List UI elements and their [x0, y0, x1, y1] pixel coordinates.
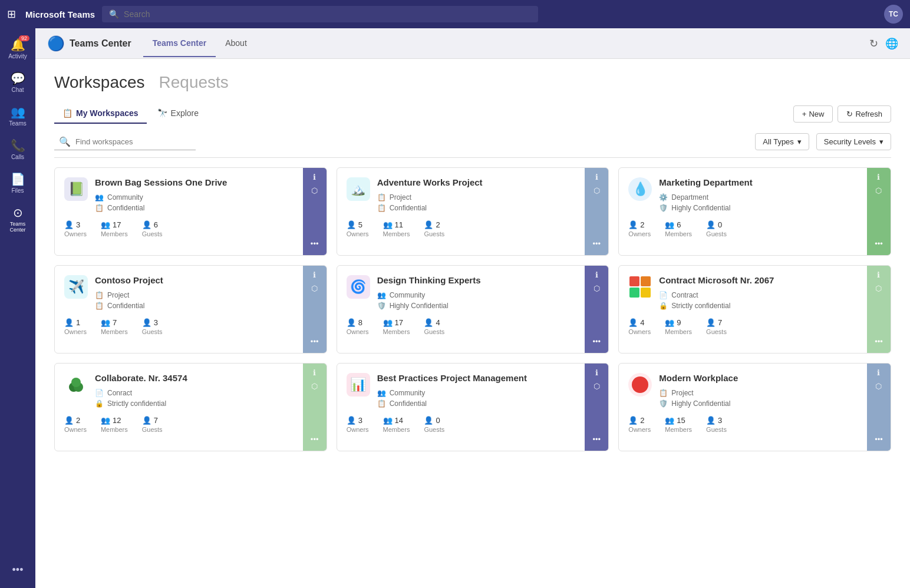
card-meta: 📄 Contract 🔒 Strictly confidential: [659, 291, 858, 310]
owners-value: 👤1: [64, 318, 80, 327]
page-title: Workspaces: [54, 73, 145, 92]
stat-guests: 👤3 Guests: [706, 416, 727, 433]
guests-icon: 👤: [706, 318, 716, 327]
card-type: Community: [390, 389, 426, 397]
guests-icon: 👤: [706, 220, 716, 229]
card-type: Community: [107, 193, 143, 201]
type-filter[interactable]: All Types ▾: [755, 133, 809, 150]
sidebar-item-activity[interactable]: 🔔 Activity 92: [2, 33, 33, 64]
nav-teamscenter[interactable]: Teams Center: [143, 30, 216, 57]
sidebar-item-teamscenter[interactable]: ⊙ Teams Center: [2, 201, 33, 237]
workspace-card: 🌀 Design Thinking Experts 👥 Community 🛡️…: [337, 265, 609, 354]
refresh-global-icon[interactable]: ↻: [869, 37, 878, 50]
card-stats: 👤2 Owners 👥12 Members 👤7 Guests: [64, 416, 294, 433]
more-options-icon[interactable]: •••: [311, 435, 319, 444]
card-meta: 📋 Project 📋 Confidential: [95, 291, 294, 310]
new-button[interactable]: + New: [793, 105, 833, 123]
more-options-icon[interactable]: •••: [593, 337, 601, 346]
share-icon[interactable]: ⬡: [311, 382, 318, 391]
card-security: Strictly confidential: [671, 302, 730, 310]
owners-value: 👤5: [347, 220, 362, 229]
card-logo: 🌀: [347, 275, 370, 299]
share-icon[interactable]: ⬡: [311, 186, 318, 195]
security-filter[interactable]: Security Levels ▾: [816, 133, 891, 150]
stat-members: 👥14 Members: [383, 416, 410, 433]
search-bar[interactable]: 🔍: [102, 6, 538, 22]
info-icon[interactable]: ℹ: [877, 270, 880, 279]
sidebar-item-chat[interactable]: 💬 Chat: [2, 67, 33, 98]
card-meta: 📋 Project 📋 Confidential: [377, 193, 576, 212]
owners-icon: 👤: [347, 318, 356, 327]
info-icon[interactable]: ℹ: [595, 173, 598, 181]
share-icon[interactable]: ⬡: [875, 382, 882, 391]
card-sidebar: ℹ ⬡ •••: [585, 266, 608, 353]
security-filter-label: Security Levels: [824, 137, 876, 146]
card-title: Design Thinking Experts: [377, 275, 576, 285]
security-icon: 🛡️: [659, 399, 668, 408]
members-value: 👥17: [383, 318, 403, 327]
owners-label: Owners: [628, 328, 651, 335]
more-options-icon[interactable]: •••: [593, 435, 601, 444]
card-security-row: 🔒 Strictly confidential: [95, 399, 294, 408]
sub-header-logo: 🔵: [47, 35, 65, 52]
security-icon: 📋: [95, 204, 104, 212]
search-input[interactable]: [124, 9, 531, 19]
globe-icon[interactable]: 🌐: [885, 37, 898, 50]
share-icon[interactable]: ⬡: [311, 284, 318, 293]
share-icon[interactable]: ⬡: [875, 186, 882, 195]
card-type-row: 📋 Project: [659, 389, 858, 397]
card-stats: 👤3 Owners 👥17 Members 👤6 Guests: [64, 220, 294, 237]
card-type: Community: [390, 291, 426, 299]
workspace-search[interactable]: 🔍: [54, 134, 196, 150]
sidebar-more[interactable]: •••: [12, 557, 24, 583]
info-icon[interactable]: ℹ: [595, 270, 598, 279]
more-options-icon[interactable]: •••: [875, 435, 883, 444]
guests-icon: 👤: [142, 220, 151, 229]
card-sidebar: ℹ ⬡ •••: [303, 364, 327, 451]
owners-icon: 👤: [64, 318, 74, 327]
info-icon[interactable]: ℹ: [877, 173, 880, 181]
refresh-button[interactable]: ↻ Refresh: [838, 105, 891, 123]
tab-explore[interactable]: 🔭 Explore: [149, 104, 207, 124]
more-options-icon[interactable]: •••: [593, 239, 601, 248]
sidebar-item-calls[interactable]: 📞 Calls: [2, 134, 33, 165]
card-security: Highly Confidential: [671, 399, 730, 408]
avatar[interactable]: TC: [884, 5, 903, 24]
card-security: Highly Confidential: [390, 302, 449, 310]
card-meta: 👥 Community 🛡️ Highly Confidential: [377, 291, 576, 310]
info-icon[interactable]: ℹ: [313, 368, 316, 377]
share-icon[interactable]: ⬡: [875, 284, 882, 293]
share-icon[interactable]: ⬡: [594, 186, 600, 195]
share-icon[interactable]: ⬡: [594, 382, 600, 391]
card-stats: 👤2 Owners 👥15 Members 👤3 Guests: [628, 416, 858, 433]
sidebar-item-files[interactable]: 📄 Files: [2, 167, 33, 199]
info-icon[interactable]: ℹ: [313, 270, 316, 279]
members-label: Members: [101, 426, 128, 433]
tab-my-workspaces[interactable]: 📋 My Workspaces: [54, 104, 147, 124]
explore-icon: 🔭: [157, 108, 167, 118]
workspace-card: 📗 Brown Bag Sessions One Drive 👥 Communi…: [54, 167, 327, 256]
more-options-icon[interactable]: •••: [875, 337, 883, 346]
share-icon[interactable]: ⬡: [594, 284, 600, 293]
card-stats: 👤3 Owners 👥14 Members 👤0 Guests: [347, 416, 576, 433]
owners-label: Owners: [64, 328, 87, 335]
sidebar-item-teams[interactable]: 👥 Teams: [2, 100, 33, 131]
page-title-secondary[interactable]: Requests: [159, 73, 229, 92]
card-logo-area: ✈️ Contoso Project 📋 Project 📋 Confident…: [64, 275, 294, 318]
members-icon: 👥: [383, 220, 393, 229]
more-options-icon[interactable]: •••: [311, 337, 319, 346]
card-meta: 👥 Community 📋 Confidential: [95, 193, 294, 212]
info-icon[interactable]: ℹ: [313, 173, 316, 181]
more-options-icon[interactable]: •••: [875, 239, 883, 248]
workspace-search-input[interactable]: [75, 137, 174, 146]
more-options-icon[interactable]: •••: [311, 239, 319, 248]
stat-members: 👥6 Members: [665, 220, 692, 237]
card-type-row: ⚙️ Department: [659, 193, 858, 201]
members-icon: 👥: [665, 318, 674, 327]
info-icon[interactable]: ℹ: [595, 368, 598, 377]
info-icon[interactable]: ℹ: [877, 368, 880, 377]
card-body: 🌀 Design Thinking Experts 👥 Community 🛡️…: [337, 266, 585, 353]
stat-guests: 👤0 Guests: [706, 220, 727, 237]
card-logo-area: 💧 Marketing Department ⚙️ Department 🛡️ …: [628, 177, 858, 220]
nav-about[interactable]: About: [216, 30, 256, 57]
